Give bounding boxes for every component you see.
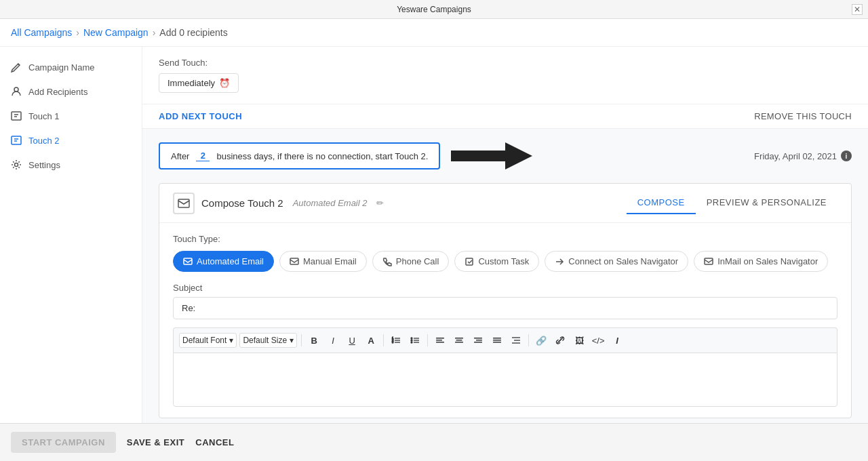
manual-email-label-btn: Manual Email [303, 256, 357, 266]
align-center-button[interactable] [451, 332, 467, 348]
touch-type-inmail-sales-nav[interactable]: InMail on Sales Navigator [694, 251, 828, 272]
main-layout: Campaign Name Add Recipients Touch 1 [0, 47, 868, 423]
delay-text-after: business days, if there is no connection… [216, 151, 428, 161]
touch-1-section: Send Touch: Immediately ⏰ ADD NEXT TOUCH… [142, 47, 868, 129]
indent-button[interactable] [508, 332, 524, 348]
italic-button[interactable]: I [325, 332, 341, 348]
arrow-icon [451, 140, 532, 172]
automated-email-label-btn: Automated Email [197, 256, 264, 266]
svg-text:3: 3 [392, 340, 394, 344]
date-info: Friday, April 02, 2021 i [754, 151, 852, 161]
font-size-dropdown[interactable]: Default Size▾ [239, 333, 297, 348]
phone-call-label-btn: Phone Call [396, 256, 439, 266]
sidebar-label-settings: Settings [28, 160, 60, 170]
underline-button[interactable]: U [344, 332, 360, 348]
compose-card-body: Touch Type: Automated Email [159, 223, 851, 418]
subject-input[interactable] [173, 297, 837, 319]
delay-days[interactable]: 2 [196, 151, 210, 161]
sidebar-item-add-recipients[interactable]: Add Recipients [0, 79, 142, 104]
touch-type-connect-sales-nav[interactable]: Connect on Sales Navigator [545, 251, 688, 272]
date-label: Friday, April 02, 2021 [754, 151, 837, 161]
font-family-dropdown[interactable]: Default Font▾ [179, 333, 237, 348]
email-icon [173, 193, 195, 214]
sidebar-item-touch-2[interactable]: Touch 2 [0, 128, 142, 153]
sidebar-item-campaign-name[interactable]: Campaign Name [0, 55, 142, 79]
toolbar-separator-3 [427, 334, 428, 346]
add-next-touch-bar: ADD NEXT TOUCH REMOVE THIS TOUCH [142, 104, 868, 128]
editor-wrapper: Default Font▾ Default Size▾ B I U A [173, 327, 837, 407]
save-exit-button[interactable]: SAVE & EXIT [127, 437, 184, 447]
svg-rect-32 [493, 340, 501, 341]
touch-2-section: After 2 business days, if there is no co… [142, 129, 868, 423]
immediately-label: Immediately [167, 78, 215, 88]
sidebar-item-touch-1[interactable]: Touch 1 [0, 104, 142, 128]
touch-type-custom-task[interactable]: Custom Task [454, 251, 539, 272]
svg-point-0 [14, 87, 18, 92]
edit-icon [11, 62, 22, 73]
close-button[interactable]: ✕ [852, 4, 863, 15]
format-clear-button[interactable]: I [609, 332, 625, 348]
link-button[interactable]: 🔗 [533, 332, 549, 348]
touch-1-content: Send Touch: Immediately ⏰ [142, 47, 868, 104]
bottom-bar: START CAMPAIGN SAVE & EXIT CANCEL [0, 423, 868, 461]
info-icon[interactable]: i [841, 151, 852, 161]
delay-text-before: After [171, 151, 189, 161]
align-justify-button[interactable] [489, 332, 505, 348]
svg-point-20 [411, 340, 412, 341]
touch-type-automated-email[interactable]: Automated Email [173, 251, 274, 272]
touch-2-icon [11, 135, 22, 146]
toolbar-separator-1 [301, 334, 302, 346]
sidebar: Campaign Name Add Recipients Touch 1 [0, 47, 142, 423]
compose-card-header: Compose Touch 2 Automated Email 2 ✏ COMP… [159, 184, 851, 223]
content-area: Send Touch: Immediately ⏰ ADD NEXT TOUCH… [142, 47, 868, 423]
start-campaign-button[interactable]: START CAMPAIGN [11, 432, 116, 453]
sidebar-item-settings[interactable]: Settings [0, 153, 142, 177]
unordered-list-button[interactable] [407, 332, 423, 348]
add-next-touch-button[interactable]: ADD NEXT TOUCH [159, 111, 242, 121]
svg-rect-33 [493, 342, 501, 343]
ordered-list-button[interactable]: 1 2 3 [388, 332, 404, 348]
svg-rect-2 [12, 136, 21, 144]
svg-rect-5 [178, 199, 189, 207]
delay-box[interactable]: After 2 business days, if there is no co… [159, 142, 440, 169]
sidebar-label-add-recipients: Add Recipients [28, 87, 87, 97]
svg-rect-8 [466, 258, 473, 265]
svg-rect-24 [436, 342, 444, 343]
tab-compose[interactable]: COMPOSE [627, 192, 696, 214]
svg-rect-30 [474, 342, 482, 343]
breadcrumb-sep-2: › [153, 27, 156, 38]
svg-rect-28 [474, 338, 482, 339]
svg-rect-22 [436, 338, 444, 339]
unlink-button[interactable] [552, 332, 568, 348]
touch-type-label: Touch Type: [173, 234, 837, 244]
editor-body[interactable] [173, 353, 837, 407]
breadcrumb-all-campaigns[interactable]: All Campaigns [11, 27, 72, 38]
touch-type-manual-email[interactable]: Manual Email [279, 251, 367, 272]
svg-rect-6 [184, 258, 192, 264]
sidebar-label-campaign-name: Campaign Name [28, 62, 95, 73]
svg-rect-7 [290, 258, 298, 264]
subject-label: Subject [173, 283, 837, 293]
immediately-button[interactable]: Immediately ⏰ [159, 73, 239, 93]
svg-point-3 [15, 163, 18, 167]
tab-preview[interactable]: PREVIEW & PERSONALIZE [696, 192, 837, 214]
toolbar-separator-4 [528, 334, 529, 346]
person-icon [11, 86, 22, 97]
svg-rect-9 [705, 258, 713, 264]
compose-title: Compose Touch 2 [201, 197, 283, 209]
touch-type-phone-call[interactable]: Phone Call [372, 251, 450, 272]
window-title: Yesware Campaigns [397, 5, 471, 14]
cancel-button[interactable]: CANCEL [195, 437, 234, 447]
remove-touch-button[interactable]: REMOVE THIS TOUCH [754, 111, 852, 121]
image-button[interactable]: 🖼 [571, 332, 587, 348]
svg-rect-31 [493, 338, 501, 339]
bold-button[interactable]: B [306, 332, 322, 348]
code-button[interactable]: </> [590, 332, 606, 348]
send-touch-label: Send Touch: [159, 58, 852, 68]
align-right-button[interactable] [470, 332, 486, 348]
pencil-icon[interactable]: ✏ [376, 198, 384, 208]
svg-point-21 [411, 342, 412, 343]
breadcrumb-new-campaign[interactable]: New Campaign [83, 27, 149, 38]
align-left-button[interactable] [432, 332, 448, 348]
text-color-button[interactable]: A [363, 332, 379, 348]
